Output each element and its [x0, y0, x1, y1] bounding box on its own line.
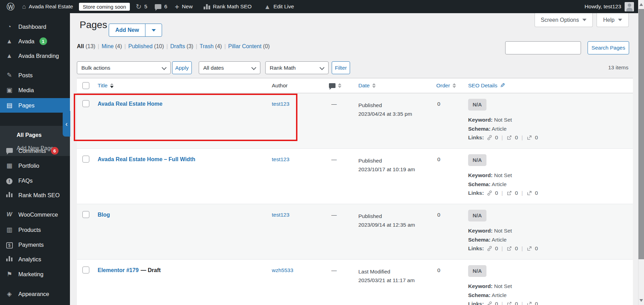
sidebar-item-posts[interactable]: ✎ Posts: [0, 68, 70, 82]
row-date: 2023/10/17 at 10:19 am: [358, 165, 428, 174]
sidebar-item-marketing[interactable]: ⚑ Marketing: [0, 267, 70, 281]
avada-icon: ▲: [264, 3, 271, 10]
updates-icon: ↻: [136, 3, 142, 10]
sidebar-item-media[interactable]: ▣ Media: [0, 83, 70, 97]
woocommerce-icon: W: [5, 211, 14, 218]
sort-order[interactable]: Order: [436, 82, 456, 89]
edit-live-link[interactable]: ▲ Edit Live: [260, 0, 298, 13]
coming-soon-badge: Store coming soon: [79, 3, 130, 11]
search-input[interactable]: [505, 41, 581, 54]
page-title-link[interactable]: Blog: [98, 212, 110, 218]
seo-keyword: Not Set: [494, 117, 512, 123]
row-checkbox[interactable]: [82, 211, 89, 218]
scrollbar-thumb[interactable]: [638, 9, 644, 259]
scrollbar[interactable]: [638, 0, 644, 305]
column-seo-details[interactable]: SEO Details✎: [468, 82, 506, 89]
sidebar-item-label: Payments: [18, 242, 44, 248]
view-trash[interactable]: Trash (4): [200, 43, 222, 49]
row-order: 0: [437, 212, 440, 218]
table-row: Elementor #179— Draft wzh5533 — Last Mod…: [77, 260, 633, 305]
select-all-checkbox[interactable]: [82, 82, 89, 89]
author-link[interactable]: test123: [272, 156, 289, 162]
sort-date[interactable]: Date: [358, 82, 376, 89]
view-published[interactable]: Published (10): [128, 43, 164, 49]
comments-column-icon: [329, 83, 336, 88]
coming-soon-badge-wrap: Store coming soon: [77, 0, 132, 13]
view-mine[interactable]: Mine (4): [102, 43, 122, 49]
sidebar-item-label: Media: [18, 87, 34, 94]
sidebar-item-analytics[interactable]: Analytics: [0, 252, 70, 267]
view-all[interactable]: All (13): [77, 43, 95, 49]
scroll-down-icon[interactable]: [639, 299, 643, 302]
search-pages-button[interactable]: Search Pages: [588, 41, 629, 54]
sidebar-item-pages[interactable]: ▤ Pages: [0, 98, 70, 113]
account-menu[interactable]: Howdy, test123: [581, 0, 638, 13]
incoming-links-icon: [526, 245, 533, 252]
site-link[interactable]: ⌂ Avada Real Estate: [18, 0, 77, 13]
row-checkbox[interactable]: [82, 100, 89, 107]
sidebar-item-woocommerce[interactable]: W WooCommerce: [0, 207, 70, 222]
add-new-dropdown-toggle[interactable]: [145, 24, 162, 36]
comments-dash: —: [331, 156, 337, 162]
sidebar-item-label: Dashboard: [18, 24, 46, 30]
sort-title[interactable]: Title: [98, 82, 114, 89]
dates-filter-select[interactable]: All dates: [199, 61, 260, 74]
sidebar-item-rank-math-seo[interactable]: Rank Math SEO: [0, 188, 70, 202]
sidebar-item-dashboard[interactable]: ◔ Dashboard: [0, 19, 70, 34]
table-row: Avada Real Estate Home test123 — Publish…: [77, 93, 633, 149]
author-link[interactable]: wzh5533: [272, 267, 293, 273]
new-content-link[interactable]: + New: [171, 0, 196, 13]
sidebar-item-products[interactable]: ▥ Products: [0, 223, 70, 237]
seo-keyword: Not Set: [494, 283, 512, 289]
view-drafts[interactable]: Drafts (3): [170, 43, 194, 49]
new-label: New: [182, 3, 193, 10]
sidebar-item-faqs[interactable]: ! FAQs: [0, 173, 70, 188]
seo-keyword: Not Set: [494, 228, 512, 234]
screen-options-button[interactable]: Screen Options: [535, 13, 593, 27]
page-title-link[interactable]: Elementor #179: [98, 267, 138, 273]
filter-button[interactable]: Filter: [332, 61, 350, 74]
sidebar-item-comments[interactable]: Comments 6: [0, 143, 70, 158]
submenu-all-pages[interactable]: All Pages: [0, 129, 70, 142]
sidebar-item-avada-branding[interactable]: ▲ Avada Branding: [0, 49, 70, 63]
bulk-actions-select[interactable]: Bulk actions: [77, 61, 171, 74]
sidebar-item-label: Analytics: [18, 256, 41, 263]
apply-button[interactable]: Apply: [172, 61, 192, 74]
seo-schema: Article: [492, 181, 507, 187]
comments-link[interactable]: 6: [151, 0, 171, 13]
sort-arrows-icon: [453, 83, 456, 88]
sidebar-collapse-handle[interactable]: ‹: [63, 111, 70, 137]
row-checkbox[interactable]: [82, 156, 89, 163]
view-pillar-content[interactable]: Pillar Content (0): [228, 43, 270, 49]
row-order: 0: [437, 101, 440, 107]
sidebar-item-avada[interactable]: ▲ Avada 1: [0, 34, 70, 49]
help-button[interactable]: Help: [597, 13, 629, 27]
page-title-link[interactable]: Avada Real Estate Home – Full Width: [98, 156, 195, 162]
analytics-icon: [5, 256, 14, 263]
site-name: Avada Real Estate: [29, 3, 73, 10]
wordpress-menu[interactable]: Ⓦ: [3, 0, 18, 13]
external-links-icon: [506, 190, 512, 196]
sidebar-item-label: WooCommerce: [18, 211, 58, 218]
sidebar-item-payments[interactable]: $ Payments: [0, 237, 70, 252]
author-link[interactable]: test123: [272, 212, 289, 218]
page-title-link[interactable]: Avada Real Estate Home: [98, 101, 162, 107]
wordpress-admin-window: Ⓦ ⌂ Avada Real Estate Store coming soon …: [0, 0, 644, 305]
author-link[interactable]: test123: [272, 101, 289, 107]
column-author: Author: [272, 82, 288, 89]
rank-math-filter-select[interactable]: Rank Math: [265, 61, 329, 74]
updates-link[interactable]: ↻ 5: [132, 0, 151, 13]
sidebar-item-portfolio[interactable]: ▦ Portfolio: [0, 158, 70, 173]
add-new-button[interactable]: Add New: [109, 24, 145, 36]
sort-comments[interactable]: [329, 83, 341, 88]
sidebar-item-appearance[interactable]: ◈ Appearance: [0, 287, 70, 301]
rank-math-seo-link[interactable]: Rank Math SEO: [200, 0, 256, 13]
row-date: 2025/03/21 at 11:17 am: [358, 276, 428, 285]
row-checkbox[interactable]: [82, 267, 89, 273]
row-date: 2023/04/24 at 3:35 pm: [358, 110, 428, 118]
sidebar-item-label: Appearance: [18, 291, 49, 297]
scroll-up-icon[interactable]: [639, 3, 643, 6]
seo-schema: Article: [492, 237, 507, 243]
rank-math-label: Rank Math SEO: [213, 3, 252, 10]
posts-icon: ✎: [5, 71, 14, 79]
